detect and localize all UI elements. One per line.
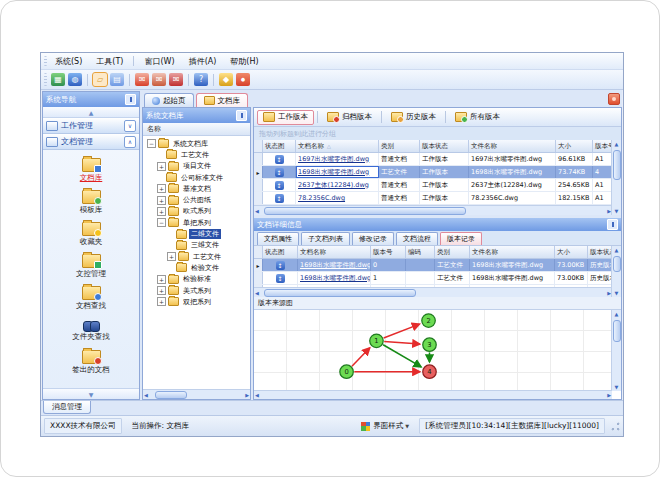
scroll-right-icon[interactable]: ▶ <box>607 392 611 398</box>
scroll-left-icon[interactable]: ◀ <box>255 208 259 214</box>
tree-node[interactable]: −单把系列 <box>143 217 250 228</box>
mail-receive-icon[interactable]: ✉ <box>169 73 183 86</box>
sidebar-item-template[interactable]: 模板库 <box>43 186 139 218</box>
scroll-thumb[interactable] <box>613 256 621 272</box>
tree-node[interactable]: +项目文件 <box>143 161 250 172</box>
detail-tab-修改记录[interactable]: 修改记录 <box>352 232 394 245</box>
menu-item[interactable]: 插件(A) <box>183 55 223 68</box>
column-header[interactable]: 文档名称 △ <box>296 140 379 152</box>
remote-desktop-icon[interactable]: ▦ <box>51 73 65 86</box>
column-header[interactable]: 大小 <box>555 246 588 258</box>
table-row[interactable]: ↕1697出水嘴零件图.dwg普通文档工作版本1697出水嘴零件图.dwg96.… <box>254 153 612 166</box>
column-header[interactable]: 类别 <box>379 140 420 152</box>
table-row[interactable]: ↕78.2356C.dwg普通文档工作版本78.2356C.dwg182.15K… <box>254 192 612 205</box>
close-document-button[interactable] <box>608 93 620 105</box>
sidebar-item-binoculars[interactable]: 文件夹查找 <box>43 314 139 346</box>
document-link[interactable]: 1698出水嘴零件图.dwg <box>300 261 371 270</box>
document-link[interactable]: 2637主体(12284).dwg <box>298 181 369 190</box>
scroll-down-icon[interactable]: ▼ <box>615 384 619 390</box>
column-header[interactable]: 文件名称 <box>470 246 555 258</box>
collapse-icon[interactable]: − <box>147 139 156 148</box>
detail-tab-子文档列表[interactable]: 子文档列表 <box>301 232 350 245</box>
expand-icon[interactable]: + <box>157 297 166 306</box>
column-header[interactable]: 版本号 <box>371 246 406 258</box>
sidebar-item-star[interactable]: 收藏夹 <box>43 218 139 250</box>
tree-node[interactable]: 公司标准文件 <box>143 172 250 183</box>
scroll-thumb[interactable] <box>264 289 416 297</box>
menu-item[interactable]: 窗口(W) <box>138 55 180 68</box>
column-header[interactable]: 文件名称 <box>469 140 556 152</box>
tree-node[interactable]: 工艺文件 <box>143 149 250 160</box>
tab-文档库[interactable]: 文档库 <box>196 93 249 107</box>
menu-item[interactable]: 系统(S) <box>49 55 88 68</box>
chevron-up-icon[interactable]: ∧ <box>124 136 136 148</box>
expand-icon[interactable]: + <box>157 207 166 216</box>
column-header[interactable]: 文档名称 <box>298 246 371 258</box>
tree-node[interactable]: 三维文件 <box>143 240 250 251</box>
sidebar-item-control[interactable]: 文控管理 <box>43 250 139 282</box>
document-link[interactable]: 78.2356C.dwg <box>298 194 345 202</box>
scroll-thumb[interactable] <box>613 320 621 342</box>
tree-column-header[interactable]: 名称 <box>143 123 250 136</box>
column-header[interactable]: 版本号 <box>593 140 612 152</box>
scroll-left-icon[interactable]: ◀ <box>255 392 259 398</box>
sidebar-item-search[interactable]: 文档查找 <box>43 282 139 314</box>
pin-icon[interactable] <box>607 219 618 230</box>
tree-node[interactable]: 检验文件 <box>143 262 250 273</box>
sidebar-scroll-down[interactable]: ▼ <box>43 388 139 399</box>
tree-node[interactable]: +基准文档 <box>143 183 250 194</box>
chevron-down-icon[interactable]: ∨ <box>124 120 136 132</box>
pin-icon[interactable] <box>125 94 136 105</box>
tree-node[interactable]: −系统文档库 <box>143 138 250 149</box>
lock-icon[interactable]: ◆ <box>219 73 233 86</box>
detail-tab-文档属性[interactable]: 文档属性 <box>257 232 299 245</box>
scroll-thumb[interactable] <box>264 207 466 215</box>
tree-node[interactable]: +双把系列 <box>143 296 250 307</box>
tree-node[interactable]: +美式系列 <box>143 285 250 296</box>
table-row[interactable]: ↕2637主体(12284).dwg普通文档工作版本2637主体(12284).… <box>254 179 612 192</box>
graph-vscrollbar[interactable]: ▲ ▼ <box>611 310 621 391</box>
detail-tab-版本记录[interactable]: 版本记录 <box>440 232 482 245</box>
expand-icon[interactable]: + <box>167 252 176 261</box>
scroll-left-icon[interactable]: ◀ <box>255 290 259 296</box>
tree-node[interactable]: +欧式系列 <box>143 206 250 217</box>
table-row[interactable]: ▸↕1698出水嘴零件图.dwg工艺文件工作版本1698出水嘴零件图.dwg73… <box>254 166 612 179</box>
column-header[interactable]: 大小 <box>556 140 593 152</box>
graph-hscrollbar[interactable]: ◀ ▶ <box>254 390 612 399</box>
table-row[interactable]: ▸↕1698出水嘴零件图.dwg0工艺文件1698出水嘴零件图.dwg73.00… <box>254 259 612 272</box>
menu-item[interactable]: 帮助(H) <box>224 55 264 68</box>
expand-icon[interactable]: + <box>157 196 166 205</box>
tree-node[interactable]: +工艺文件 <box>143 251 250 262</box>
detail-grid-hscrollbar[interactable]: ◀ ▶ <box>254 287 612 297</box>
sidebar-group-collapsed[interactable]: 工作管理∨ <box>43 118 139 134</box>
scroll-down-icon[interactable]: ▼ <box>615 290 619 296</box>
sidebar-scroll-up[interactable]: ▲ <box>43 107 139 118</box>
version-button-2[interactable]: 归档版本 <box>321 110 378 125</box>
expand-icon[interactable]: + <box>157 184 166 193</box>
tree-node[interactable]: +检验标准 <box>143 274 250 285</box>
detail-grid-vscrollbar[interactable]: ▲ ▼ <box>611 246 621 297</box>
detail-tab-文档流程[interactable]: 文档流程 <box>396 232 438 245</box>
main-grid-hscrollbar[interactable]: ◀ ▶ <box>254 205 612 215</box>
sidebar-item-checkout[interactable]: 签出的文档 <box>43 346 139 378</box>
column-header[interactable]: 状态图 <box>263 140 296 152</box>
sidebar-group-expanded[interactable]: 文档管理∧ <box>43 134 139 150</box>
message-manager-tab[interactable]: 消息管理 <box>43 401 91 414</box>
scroll-down-icon[interactable]: ▼ <box>615 208 619 214</box>
version-button-4[interactable]: 所有版本 <box>449 110 506 125</box>
menu-item[interactable]: 工具(T) <box>90 55 129 68</box>
column-header[interactable]: 状态图 <box>263 246 298 258</box>
pin-icon[interactable] <box>236 110 247 121</box>
document-link[interactable]: 1697出水嘴零件图.dwg <box>298 155 369 164</box>
folder-open-icon[interactable]: ▱ <box>93 73 107 86</box>
resize-grip[interactable] <box>611 422 620 431</box>
help-icon[interactable]: ? <box>194 73 208 86</box>
scroll-right-icon[interactable]: ▶ <box>245 392 249 398</box>
scroll-up-icon[interactable]: ▲ <box>615 141 619 147</box>
mail-icon[interactable]: ✉ <box>135 73 149 86</box>
scroll-left-icon[interactable]: ◀ <box>144 392 148 398</box>
scroll-thumb[interactable] <box>155 391 187 399</box>
expand-icon[interactable]: + <box>157 275 166 284</box>
window-layout-icon[interactable]: ▤ <box>110 73 124 86</box>
tree-hscrollbar[interactable]: ◀ ▶ <box>143 389 250 399</box>
